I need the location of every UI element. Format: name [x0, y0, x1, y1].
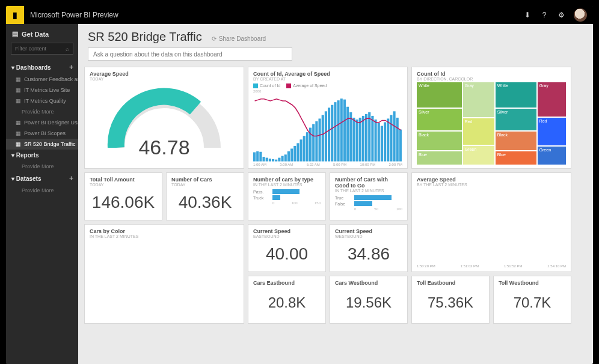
svg-rect-27	[337, 100, 340, 162]
help-icon[interactable]: ?	[540, 11, 548, 19]
gauge-chart	[104, 88, 224, 148]
svg-rect-31	[349, 112, 352, 162]
svg-rect-44	[390, 115, 392, 162]
tile-toll-east[interactable]: Toll Eastbound 75.36K	[411, 276, 490, 324]
svg-rect-22	[322, 115, 324, 162]
svg-rect-39	[375, 120, 377, 162]
line-chart	[417, 188, 566, 263]
sidebar-item[interactable]: ▦Power BI Scopes	[6, 128, 78, 139]
dashboard-title: SR 520 Bridge Traffic	[88, 30, 202, 44]
combo-chart	[253, 93, 402, 162]
tile-cars-by-type[interactable]: Number of cars by type IN THE LAST 2 MIN…	[248, 172, 326, 220]
svg-rect-46	[396, 118, 399, 162]
svg-rect-19	[312, 124, 315, 162]
qa-input[interactable]	[93, 51, 287, 58]
sidebar-search[interactable]: ⌕	[11, 43, 73, 55]
add-dashboard-icon[interactable]: +	[69, 63, 73, 71]
tile-num-cars[interactable]: Number of Cars TODAY 40.36K	[166, 172, 244, 220]
svg-rect-13	[293, 146, 296, 162]
tile-average-speed-gauge[interactable]: Average Speed TODAY 46.78	[84, 67, 244, 169]
sidebar-item-selected[interactable]: ▦SR 520 Bridge Traffic	[6, 139, 78, 150]
nav-sidebar: ▤ Get Data ⌕ ▾ Dashboards + ▦Customer Fe…	[6, 24, 78, 364]
svg-rect-25	[331, 105, 333, 162]
tile-toll-west[interactable]: Toll Westbound 70.7K	[493, 276, 571, 324]
svg-rect-16	[303, 136, 306, 161]
tile-avg-speed-line[interactable]: Average Speed BY THE LAST 2 MINUTES 1:50…	[411, 172, 571, 272]
svg-rect-11	[287, 151, 290, 162]
svg-rect-14	[296, 144, 299, 162]
svg-rect-42	[384, 123, 386, 162]
app-logo: ▮	[6, 6, 24, 24]
svg-rect-40	[378, 123, 380, 162]
add-dataset-icon[interactable]: +	[69, 174, 73, 183]
tile-good-to-go[interactable]: Number of Cars with Good to Go IN THE LA…	[330, 172, 408, 220]
tile-cars-by-color[interactable]: Cars by Color IN THE LAST 2 MINUTES	[84, 224, 244, 324]
tile-speed-west[interactable]: Current Speed WESTBOUND 34.86	[330, 224, 408, 272]
svg-rect-7	[275, 160, 277, 162]
sidebar-item[interactable]: ▦IT Metrics Live Site	[6, 85, 78, 96]
svg-rect-43	[387, 119, 389, 162]
sidebar-item[interactable]: ▦Customer Feedback and…	[6, 74, 78, 85]
chart-icon: ▦	[16, 130, 21, 136]
combo-xaxis: 1:00 AM3:00 AM 6:22 AM5:00 PM 10:00 PM2:…	[253, 163, 402, 166]
app-titlebar: ▮ Microsoft Power BI Preview ⬇ ? ⚙	[6, 6, 593, 24]
sidebar-item[interactable]: Provide More	[6, 185, 78, 196]
tile-cars-east[interactable]: Cars Eastbound 20.8K	[248, 276, 326, 324]
avatar[interactable]	[574, 8, 587, 22]
svg-rect-47	[399, 130, 402, 162]
search-icon: ⌕	[66, 46, 69, 52]
svg-rect-41	[381, 126, 383, 162]
dashboard-canvas: SR 520 Bridge Traffic ⟳ Share Dashboard …	[78, 24, 593, 364]
hbar-chart: TrueFalse	[335, 194, 402, 207]
tile-total-toll[interactable]: Total Toll Amount TODAY 146.06K	[84, 172, 162, 220]
svg-rect-4	[266, 158, 268, 162]
svg-rect-36	[365, 114, 367, 162]
treemap-chart: WhiteSilverBlackBlueGrayRedGreenWhiteSil…	[417, 82, 566, 165]
svg-rect-21	[319, 119, 321, 162]
svg-rect-30	[346, 107, 349, 162]
svg-rect-38	[371, 116, 373, 162]
tile-count-avgspeed-combo[interactable]: Count of Id, Average of Speed BY CREATED…	[248, 67, 408, 169]
kpi-value: 19.56K	[335, 286, 402, 320]
kpi-value: 34.86	[335, 240, 402, 268]
line-xaxis: 1:50:20 PM1:51:02 PM 1:51:52 PM1:54:10 P…	[417, 264, 566, 268]
section-datasets[interactable]: ▾ Datasets +	[6, 172, 78, 185]
qa-input-container[interactable]	[88, 47, 292, 61]
download-icon[interactable]: ⬇	[523, 11, 532, 19]
svg-rect-20	[315, 121, 318, 162]
kpi-value: 20.8K	[253, 286, 321, 320]
chart-icon: ▦	[16, 98, 21, 104]
app-title: Microsoft Power BI Preview	[30, 11, 523, 19]
svg-rect-1	[256, 151, 259, 162]
sidebar-item[interactable]: ▦Power BI Designer Usage…	[6, 117, 78, 128]
sidebar-item[interactable]: Provide More	[6, 161, 78, 172]
svg-rect-32	[352, 118, 355, 162]
svg-rect-29	[343, 100, 346, 162]
sidebar-subitem[interactable]: Provide More	[6, 106, 78, 117]
kpi-value: 40.36K	[171, 188, 239, 216]
tile-speed-east[interactable]: Current Speed EASTBOUND 40.00	[248, 224, 326, 272]
svg-rect-15	[300, 139, 303, 161]
kpi-value: 40.00	[253, 240, 321, 268]
svg-rect-5	[269, 159, 271, 162]
svg-rect-35	[362, 116, 364, 162]
svg-rect-24	[328, 108, 330, 161]
kpi-value: 70.7K	[499, 286, 566, 320]
kpi-value: 146.06K	[90, 188, 157, 216]
svg-rect-8	[278, 158, 280, 162]
section-dashboards[interactable]: ▾ Dashboards +	[6, 61, 78, 74]
svg-rect-17	[306, 132, 309, 161]
database-icon: ▤	[12, 30, 18, 38]
sidebar-item[interactable]: ▦IT Metrics Quality	[6, 96, 78, 106]
share-dashboard-button[interactable]: ⟳ Share Dashboard	[212, 35, 266, 42]
tile-treemap[interactable]: Count of Id BY DIRECTION, CARCOLOR White…	[411, 67, 571, 169]
svg-rect-0	[253, 153, 256, 162]
tile-cars-west[interactable]: Cars Westbound 19.56K	[330, 276, 408, 324]
bar-chart	[90, 240, 239, 320]
chart-legend: Count of Id Average of Speed	[253, 83, 402, 88]
chart-icon: ▦	[16, 87, 21, 93]
get-data-button[interactable]: ▤ Get Data	[6, 28, 78, 43]
settings-icon[interactable]: ⚙	[557, 11, 565, 19]
sidebar-search-input[interactable]	[15, 46, 66, 52]
section-reports[interactable]: ▾ Reports	[6, 150, 78, 161]
